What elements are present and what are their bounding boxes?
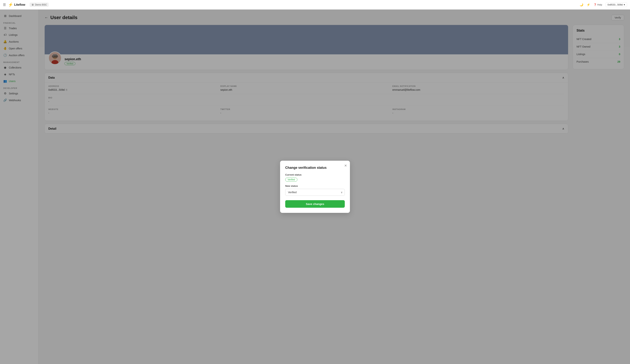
network-icon: 🖥 (32, 3, 34, 6)
logo-icon: ⚡ (8, 2, 13, 7)
new-status-label: New status (285, 185, 345, 187)
new-status-select[interactable]: Verified Unverified Pending (285, 189, 345, 196)
save-changes-button[interactable]: Save changes (285, 200, 345, 208)
hamburger-menu[interactable]: ☰ (3, 3, 6, 7)
modal-overlay[interactable]: Change verification status ✕ Current sta… (0, 9, 630, 364)
change-verification-modal: Change verification status ✕ Current sta… (280, 161, 350, 213)
current-status-label: Current status (285, 173, 345, 176)
wallet-arrow-icon: ▾ (624, 3, 625, 6)
new-status-select-wrap: Verified Unverified Pending ∨ (285, 189, 345, 196)
help-label: Help (597, 3, 602, 6)
network-label: Demo BSC (35, 3, 47, 6)
help-button[interactable]: ❓ Help (594, 3, 602, 6)
help-icon: ❓ (594, 3, 596, 6)
current-status-badge: Verified (285, 178, 297, 182)
flash-icon[interactable]: ⚡ (587, 3, 590, 6)
wallet-address: 0x8533...509d (608, 3, 623, 6)
modal-title: Change verification status (285, 166, 345, 170)
dark-mode-icon[interactable]: 🌙 (580, 3, 583, 6)
network-badge[interactable]: 🖥 Demo BSC (30, 2, 49, 7)
logo-text: Liteflow (14, 3, 25, 6)
modal-close-button[interactable]: ✕ (344, 164, 347, 168)
wallet-badge[interactable]: 0x8533...509d ▾ (606, 2, 627, 7)
logo: ⚡ Liteflow (8, 2, 25, 7)
topnav: ☰ ⚡ Liteflow 🖥 Demo BSC 🌙 ⚡ ❓ Help 0x853… (0, 0, 630, 9)
